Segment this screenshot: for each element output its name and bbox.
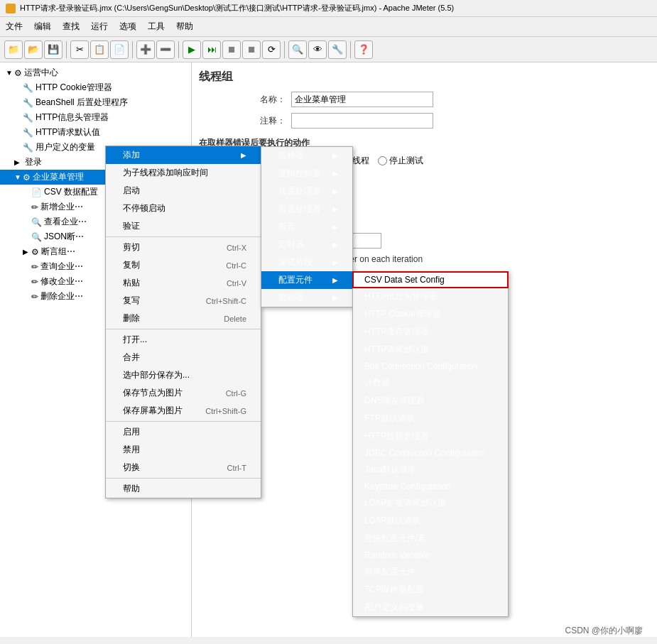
tb-refresh[interactable]: ⟳ — [262, 40, 281, 59]
tree-icon: 📄 — [31, 187, 42, 197]
submenu-l2-httpheader[interactable]: HTTP信息头管理器 — [353, 288, 508, 305]
context-menu-start[interactable]: 启动 — [106, 182, 261, 200]
submenu-l2-httpcache[interactable]: HTTP缓存管理器 — [353, 323, 508, 341]
tb-runall[interactable]: ⏭ — [202, 40, 221, 59]
context-menu-paste[interactable]: 粘贴 Ctrl-V — [106, 274, 261, 292]
context-menu-addtime[interactable]: 为子线程添加响应时间 — [106, 164, 261, 182]
submenu-l1-sampler[interactable]: 取样器 ▶ — [261, 147, 352, 165]
menu-edit[interactable]: 编辑 — [28, 18, 57, 35]
tb-paste[interactable]: 📄 — [110, 40, 129, 59]
menu-run[interactable]: 运行 — [85, 18, 114, 35]
submenu-l2-tcp[interactable]: TCP取样器配置 — [353, 581, 508, 599]
submenu-l1-pre[interactable]: 前置处理器 ▶ — [261, 182, 352, 200]
tree-icon: 🔧 — [23, 143, 33, 153]
submenu-l2-ldapext[interactable]: LDAP扩展请求默认值 — [353, 494, 508, 512]
tb-cut[interactable]: ✂ — [70, 40, 89, 59]
tb-run[interactable]: ▶ — [183, 40, 201, 59]
tree-icon: ✏ — [31, 202, 38, 212]
submenu-l1-timer[interactable]: 定时器 ▶ — [261, 236, 352, 253]
submenu-l2-ldap[interactable]: LDAP默认请求 — [353, 512, 508, 530]
submenu-l2-ftp[interactable]: FTP默认请求 — [353, 410, 508, 427]
submenu-l1-logic[interactable]: 逻辑控制器 ▶ — [261, 165, 352, 182]
tb-stop[interactable]: ⏹ — [222, 40, 241, 59]
tb-sep5 — [350, 41, 351, 58]
tree-label: 删除企业⋯ — [40, 290, 83, 302]
comment-input[interactable] — [291, 113, 433, 129]
submenu-l2-keystore[interactable]: Keystore Configuration — [353, 479, 508, 494]
context-menu-sep2 — [106, 329, 261, 329]
context-menu-disable[interactable]: 禁用 — [106, 441, 261, 459]
submenu-l2-simple[interactable]: 简单配置元件 — [353, 563, 508, 581]
context-menu-duplicate[interactable]: 复写 Ctrl+Shift-C — [106, 292, 261, 310]
tb-save[interactable]: 💾 — [44, 40, 63, 59]
tb-stopnow[interactable]: ⏹ — [242, 40, 261, 59]
name-input[interactable] — [291, 92, 433, 107]
tree-item-beanshell[interactable]: 🔧 BeanShell 后置处理程序 — [0, 95, 191, 110]
submenu-l1-config[interactable]: 配置元件 ▶ CSV Data Set Config HTTP信息头管理器 HT… — [261, 271, 352, 289]
context-menu-enable[interactable]: 启用 — [106, 423, 261, 441]
submenu-l2-login[interactable]: 登陆配置元件/素 — [353, 530, 508, 547]
tb-sep3 — [178, 41, 179, 58]
menu-options[interactable]: 选项 — [114, 18, 142, 35]
context-menu-validate[interactable]: 验证 — [106, 217, 261, 235]
tb-remove[interactable]: ➖ — [156, 40, 175, 59]
watermark-text: CSDN @你的小啊廖 — [565, 626, 643, 635]
submenu-l2-label: HTTP请求默认值 — [364, 344, 429, 354]
context-menu-toggle[interactable]: 切换 Ctrl-T — [106, 459, 261, 476]
submenu-l2-csv[interactable]: CSV Data Set Config — [353, 272, 508, 288]
submenu-l2-java[interactable]: Java默认请求 — [353, 461, 508, 479]
menu-help[interactable]: 帮助 — [170, 18, 199, 35]
context-menu-help[interactable]: 帮助 — [106, 480, 261, 498]
tb-settings[interactable]: 🔧 — [328, 40, 347, 59]
context-menu-label: 打开... — [123, 334, 246, 346]
tb-help[interactable]: ❓ — [354, 40, 373, 59]
context-menu-open[interactable]: 打开... — [106, 331, 261, 349]
menu-file[interactable]: 文件 — [0, 18, 28, 35]
submenu-l2-csv-label: CSV Data Set Config — [364, 275, 445, 285]
context-menu-copy[interactable]: 复制 Ctrl-C — [106, 256, 261, 274]
submenu-l2-bolt[interactable]: Bolt Connection Configuration — [353, 359, 508, 374]
submenu-l2-httpauth[interactable]: HTTP授权管理器 — [353, 427, 508, 445]
submenu-l2-httpdefault[interactable]: HTTP请求默认值 — [353, 341, 508, 359]
tree-icon: ⚙ — [23, 173, 31, 182]
submenu-l2-jdbc[interactable]: JDBC Connection Configuration — [353, 445, 508, 461]
tree-item-httpheader[interactable]: 🔧 HTTP信息头管理器 — [0, 110, 191, 125]
submenu-l2-random[interactable]: Random Variable — [353, 547, 508, 563]
menu-tools[interactable]: 工具 — [142, 18, 170, 35]
submenu-l1-assert[interactable]: 断言 ▶ — [261, 218, 352, 236]
submenu-l1-label: 逻辑控制器 — [278, 168, 321, 180]
shortcut-saveimg: Ctrl-G — [226, 389, 246, 398]
submenu-l1-post[interactable]: 后置处理器 ▶ — [261, 200, 352, 218]
tb-spy[interactable]: 👁 — [308, 40, 327, 59]
submenu-l2-label: DNS缓存管理器 — [364, 395, 425, 405]
context-menu-merge[interactable]: 合并 — [106, 349, 261, 366]
tree-item-cookie[interactable]: 🔧 HTTP Cookie管理器 — [0, 80, 191, 95]
submenu-l1-fragment[interactable]: 测试片段 ▶ — [261, 253, 352, 271]
tree-item-root[interactable]: ▼ ⚙ 运营中心 — [0, 65, 191, 80]
context-menu-saveimg[interactable]: 保存节点为图片 Ctrl-G — [106, 384, 261, 402]
submenu-l2: CSV Data Set Config HTTP信息头管理器 HTTP Cook… — [352, 271, 509, 617]
submenu-l2-httpcookie[interactable]: HTTP Cookie管理器 — [353, 305, 508, 323]
context-menu-delete[interactable]: 删除 Delete — [106, 310, 261, 327]
context-menu-startnopause[interactable]: 不停顿启动 — [106, 200, 261, 217]
tb-open[interactable]: 📂 — [24, 40, 43, 59]
menu-find[interactable]: 查找 — [57, 18, 85, 35]
context-menu-screenshot[interactable]: 保存屏幕为图片 Ctrl+Shift-G — [106, 402, 261, 420]
tb-search[interactable]: 🔍 — [288, 40, 307, 59]
tb-add[interactable]: ➕ — [136, 40, 155, 59]
context-menu-saveas[interactable]: 选中部分保存为... — [106, 366, 261, 384]
radio-stoptest[interactable]: 停止测试 — [378, 155, 423, 167]
tb-new[interactable]: 📁 — [4, 40, 23, 59]
submenu-l2-counter[interactable]: 计数器 — [353, 374, 508, 392]
submenu-l1-listener[interactable]: 监听器 ▶ — [261, 289, 352, 307]
tree-item-httpdefault[interactable]: 🔧 HTTP请求默认值 — [0, 125, 191, 140]
shortcut-cut: Ctrl-X — [227, 244, 246, 252]
tree-label: 断言组⋯ — [41, 246, 75, 258]
context-menu-add[interactable]: 添加 ▶ 取样器 ▶ 逻辑控制器 ▶ 前置处理器 ▶ 后置处理器 ▶ 断言 ▶ — [106, 146, 261, 164]
tree-label: HTTP Cookie管理器 — [36, 82, 112, 94]
radio-stoptest-input[interactable] — [378, 156, 387, 165]
submenu-l2-uservar[interactable]: 用户定义的变量 — [353, 599, 508, 616]
tb-copy[interactable]: 📋 — [90, 40, 109, 59]
submenu-l2-dns[interactable]: DNS缓存管理器 — [353, 392, 508, 410]
context-menu-cut[interactable]: 剪切 Ctrl-X — [106, 239, 261, 256]
